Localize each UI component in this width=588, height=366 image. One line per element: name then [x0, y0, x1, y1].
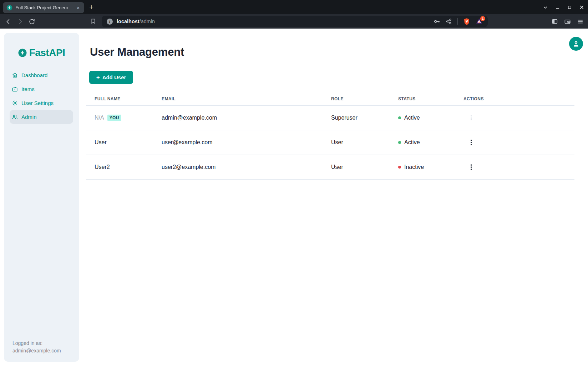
gear-icon: [12, 100, 18, 106]
url-text[interactable]: localhost/admin: [117, 19, 433, 24]
cell-full-name: N/A YOU: [86, 115, 153, 121]
table-row: User user@example.com User Active: [86, 130, 574, 155]
key-icon[interactable]: [433, 18, 440, 25]
header-full-name: FULL NAME: [86, 96, 153, 101]
logged-in-label: Logged in as:: [12, 340, 61, 347]
header-status: STATUS: [390, 96, 455, 101]
cell-role: User: [323, 139, 390, 146]
browser-window: Full Stack Project Genera × + i localhos…: [0, 0, 588, 366]
row-actions-kebab-icon[interactable]: [468, 162, 475, 172]
back-icon[interactable]: [5, 18, 12, 25]
cell-full-name: User: [86, 139, 153, 146]
status-dot: [398, 141, 401, 144]
home-icon: [12, 72, 18, 78]
chevron-down-icon[interactable]: [543, 5, 548, 10]
cell-role: User: [323, 164, 390, 170]
cell-actions: [455, 137, 574, 147]
logo-text: FastAPI: [29, 47, 65, 59]
rewards-badge: 1: [480, 16, 485, 21]
cell-email: admin@example.com: [153, 115, 323, 121]
table-row: N/A YOU admin@example.com Superuser Acti…: [86, 106, 574, 130]
table-row: User2 user2@example.com User Inactive: [86, 155, 574, 180]
add-user-label: Add User: [102, 74, 126, 80]
sidebar: FastAPI Dashboard Items User Settings A: [4, 33, 79, 362]
sidebar-item-label: Items: [21, 86, 35, 92]
logged-in-info: Logged in as: admin@example.com: [12, 340, 61, 355]
url-path: /admin: [140, 19, 155, 24]
menu-hamburger-icon[interactable]: [577, 18, 584, 25]
row-actions-kebab-icon[interactable]: [468, 137, 475, 147]
site-info-icon[interactable]: i: [107, 19, 113, 25]
share-icon[interactable]: [446, 18, 452, 25]
tab-strip: Full Stack Project Genera × +: [0, 0, 588, 14]
tab-title: Full Stack Project Genera: [15, 5, 75, 10]
sidebar-item-label: Dashboard: [21, 72, 47, 78]
plus-icon: +: [96, 74, 100, 80]
cell-email: user@example.com: [153, 139, 323, 146]
url-bar[interactable]: i localhost/admin 1: [102, 16, 488, 27]
briefcase-icon: [12, 86, 18, 92]
table-header-row: FULL NAME EMAIL ROLE STATUS ACTIONS: [86, 92, 574, 106]
row-actions-kebab-icon[interactable]: [468, 113, 475, 122]
wallet-icon[interactable]: [564, 18, 571, 25]
sidebar-toggle-icon[interactable]: [552, 18, 558, 25]
reload-icon[interactable]: [29, 18, 35, 25]
minimize-icon[interactable]: [555, 5, 560, 10]
browser-tab[interactable]: Full Stack Project Genera ×: [3, 2, 84, 13]
user-menu-button[interactable]: [569, 37, 583, 51]
header-email: EMAIL: [153, 96, 323, 101]
new-tab-icon[interactable]: +: [89, 3, 93, 11]
page-title: User Management: [90, 46, 184, 59]
logged-in-email: admin@example.com: [12, 347, 61, 355]
header-actions: ACTIONS: [455, 96, 574, 101]
sidebar-item-admin[interactable]: Admin: [10, 110, 73, 124]
cell-status: Inactive: [390, 164, 455, 170]
users-table: FULL NAME EMAIL ROLE STATUS ACTIONS N/A …: [86, 92, 574, 180]
favicon-lightning-icon: [6, 5, 12, 11]
fastapi-lightning-icon: [18, 49, 27, 57]
page-content: FastAPI Dashboard Items User Settings A: [0, 29, 588, 366]
cell-actions: [455, 162, 574, 172]
sidebar-item-label: User Settings: [21, 100, 54, 106]
cell-status: Active: [390, 139, 455, 146]
cell-full-name: User2: [86, 164, 153, 170]
sidebar-item-user-settings[interactable]: User Settings: [10, 96, 73, 110]
sidebar-item-dashboard[interactable]: Dashboard: [10, 68, 73, 82]
cell-email: user2@example.com: [153, 164, 323, 170]
sidebar-nav: Dashboard Items User Settings Admin: [4, 68, 79, 124]
forward-icon[interactable]: [17, 18, 24, 25]
sidebar-item-items[interactable]: Items: [10, 82, 73, 96]
add-user-button[interactable]: + Add User: [89, 71, 133, 84]
url-host: localhost: [117, 19, 140, 24]
users-icon: [12, 114, 18, 120]
fastapi-logo: FastAPI: [4, 47, 79, 59]
brave-shield-icon[interactable]: [463, 17, 470, 25]
browser-toolbar: i localhost/admin 1: [0, 14, 588, 29]
sidebar-item-label: Admin: [21, 114, 37, 120]
cell-role: Superuser: [323, 115, 390, 121]
cell-actions: [455, 113, 574, 122]
status-dot: [398, 116, 401, 119]
tab-close-icon[interactable]: ×: [75, 5, 81, 11]
header-role: ROLE: [323, 96, 390, 101]
user-avatar-icon: [572, 40, 580, 47]
bookmark-icon[interactable]: [90, 18, 96, 25]
status-dot: [398, 166, 401, 169]
maximize-icon[interactable]: [567, 5, 572, 10]
toolbar-divider: [457, 18, 458, 25]
cell-status: Active: [390, 115, 455, 121]
close-window-icon[interactable]: [579, 5, 584, 10]
you-badge: YOU: [107, 115, 121, 121]
